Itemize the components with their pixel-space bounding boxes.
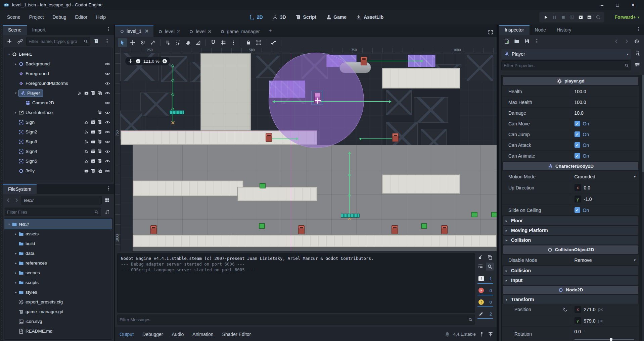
workspace-script[interactable]: Script [291, 13, 321, 22]
menu-scene[interactable]: Scene [3, 12, 25, 22]
visibility-toggle[interactable] [105, 91, 110, 96]
maximize-button[interactable]: □ [610, 0, 625, 10]
scene-tab-level-3[interactable]: level_3 [184, 26, 215, 37]
property-value[interactable]: 100.0 [571, 97, 639, 107]
visibility-toggle[interactable] [105, 168, 110, 174]
vector-y-field[interactable]: y-1.0 [571, 193, 639, 205]
workspace-2d[interactable]: 2D [245, 13, 267, 22]
play-custom-scene-button[interactable] [585, 13, 594, 21]
copy-output-button[interactable] [486, 253, 494, 261]
play-remote-button[interactable] [567, 13, 576, 21]
open-docs-button[interactable] [633, 49, 642, 58]
view-menu[interactable] [284, 41, 292, 44]
visibility-toggle[interactable] [105, 71, 110, 76]
resource-menu-button[interactable] [532, 37, 542, 46]
scene-filter-input[interactable] [29, 39, 84, 44]
tab-filesystem[interactable]: FileSystem [3, 184, 37, 194]
signal-icon[interactable] [77, 91, 82, 96]
warning-count-filter-button[interactable]: ! 0 [477, 298, 493, 307]
signal-icon[interactable] [84, 120, 89, 125]
tab-history[interactable]: History [551, 25, 577, 35]
property-dropdown[interactable]: Remove▾ [571, 255, 639, 265]
expander[interactable]: ▸ [13, 232, 18, 236]
visibility-toggle[interactable] [105, 110, 110, 115]
vector-x-field[interactable]: x271.0px [571, 304, 639, 315]
movie-maker-button[interactable] [594, 13, 602, 21]
scene-tree-item-sign[interactable]: Sign [4, 117, 112, 127]
select-tool[interactable] [118, 38, 127, 47]
visibility-toggle[interactable] [105, 120, 110, 125]
visibility-toggle[interactable] [105, 159, 110, 164]
pivot-tool[interactable] [173, 38, 183, 47]
history-back-button[interactable] [612, 37, 621, 46]
scene-icon[interactable] [97, 168, 102, 173]
scene-tree-item-background[interactable]: ▸Background [4, 59, 112, 69]
notification-bell-icon[interactable] [445, 332, 450, 337]
script-icon[interactable] [97, 159, 102, 164]
new-scene-tab-button[interactable]: + [265, 25, 276, 37]
scene-tree-item-player[interactable]: ▾Player [4, 88, 112, 98]
script-icon[interactable] [97, 110, 102, 115]
pin-panel-button[interactable] [479, 332, 485, 337]
signal-icon[interactable] [84, 149, 89, 154]
fs-display-mode-button[interactable] [102, 196, 112, 205]
script-icon[interactable] [97, 139, 102, 144]
groups-icon[interactable] [91, 159, 96, 164]
group-floor[interactable]: ▸Floor [503, 216, 638, 225]
bottom-tab-audio[interactable]: Audio [168, 332, 188, 337]
checkbox-checked[interactable]: ✓ [574, 153, 580, 159]
new-resource-button[interactable] [502, 37, 511, 46]
message-filter-box[interactable] [117, 315, 475, 325]
slider-field[interactable]: 0.0° [571, 327, 639, 341]
message-filter-input[interactable] [120, 317, 468, 322]
fs-back-button[interactable] [5, 196, 12, 204]
move-tool[interactable] [128, 38, 137, 47]
filesystem-item-readme-md[interactable]: README.md [4, 326, 112, 336]
skeleton-options[interactable] [269, 38, 278, 47]
splitter-right[interactable] [497, 24, 499, 341]
section-characterbody2d[interactable]: CharacterBody2D [503, 162, 638, 170]
menu-project[interactable]: Project [25, 12, 48, 22]
load-resource-button[interactable] [512, 37, 521, 46]
section-player-gd[interactable]: player.gd [503, 77, 638, 85]
inspector-scrollbar[interactable] [642, 75, 644, 172]
fs-forward-button[interactable] [13, 196, 20, 204]
expander[interactable]: ▾ [6, 52, 12, 56]
tab-import[interactable]: Import [27, 25, 51, 35]
info-count-filter-button[interactable]: ! 1 [477, 275, 493, 284]
groups-icon[interactable] [91, 129, 96, 134]
play-button[interactable] [541, 13, 550, 21]
checkbox-checked[interactable]: ✓ [574, 121, 580, 126]
edited-node-selector[interactable]: Player ▾ [501, 49, 631, 59]
groups-icon[interactable] [91, 149, 96, 154]
property-value[interactable]: 10.0 [571, 108, 639, 118]
property-filter-input[interactable] [504, 63, 625, 68]
clear-output-button[interactable] [476, 253, 485, 261]
history-forward-button[interactable] [622, 37, 631, 46]
scene-tree-item-jelly[interactable]: Jelly [4, 166, 112, 176]
instance-scene-button[interactable] [15, 37, 25, 46]
groups-icon[interactable] [84, 168, 89, 173]
snap-options-menu[interactable] [229, 38, 238, 47]
stop-button[interactable] [559, 13, 567, 21]
expander[interactable]: ▸ [13, 251, 18, 255]
filesystem-item-export-presets-cfg[interactable]: export_presets.cfg [4, 297, 112, 307]
filesystem-item-build[interactable]: build [4, 239, 112, 248]
filesystem-item-game-manager-gd[interactable]: game_manager.gd [4, 307, 112, 317]
property-checkbox[interactable]: ✓On [571, 205, 639, 215]
distraction-free-button[interactable] [488, 30, 493, 35]
smart-snap-toggle[interactable] [209, 38, 218, 47]
filesystem-item-scenes[interactable]: ▸scenes [4, 268, 112, 278]
scene-icon[interactable] [97, 91, 102, 96]
property-checkbox[interactable]: ✓On [571, 140, 639, 150]
save-resource-button[interactable] [522, 37, 532, 46]
expander[interactable]: ▸ [13, 290, 18, 294]
signal-icon[interactable] [84, 129, 89, 134]
close-tab-icon[interactable]: ✕ [144, 28, 149, 34]
minimize-button[interactable]: – [594, 0, 610, 10]
filesystem-item-references[interactable]: ▸references [4, 258, 112, 268]
visibility-toggle[interactable] [105, 61, 110, 67]
checkbox-checked[interactable]: ✓ [574, 207, 580, 213]
attach-script-button[interactable] [92, 37, 101, 46]
filesystem-item-icon-svg[interactable]: icon.svg [4, 317, 112, 326]
